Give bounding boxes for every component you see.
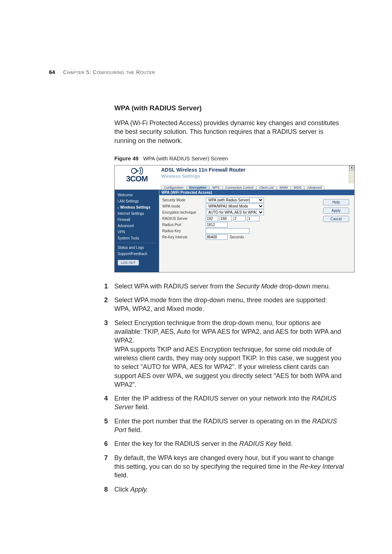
step-7: By default, the WPA keys are changed eve… bbox=[114, 454, 345, 480]
step-1: Select WPA with RADIUS server from the S… bbox=[114, 282, 345, 291]
label-wpa-mode: WPA mode bbox=[162, 204, 206, 208]
label-radius-server: RADIUS Server bbox=[162, 217, 206, 221]
tab-connection-control[interactable]: Connection Control bbox=[222, 185, 256, 190]
chapter-title: Chapter 5: Configuring the Router bbox=[63, 69, 155, 75]
step-5: Enter the port number that the RADIUS se… bbox=[114, 417, 345, 435]
sidebar-item-advanced[interactable]: Advanced bbox=[115, 223, 159, 229]
section-heading: WPA (with RADIUS Server) bbox=[114, 104, 345, 112]
rekey-unit: Seconds bbox=[230, 235, 244, 239]
ss-header: 3COM ADSL Wireless 11n Firewall Router W… bbox=[115, 165, 354, 184]
row-radius-key: Radius Key bbox=[162, 228, 351, 234]
term-security-mode: Security Mode bbox=[236, 283, 278, 290]
sidebar-item-welcome[interactable]: Welcome bbox=[115, 192, 159, 198]
brand-column: 3COM bbox=[115, 165, 159, 184]
tab-client-list[interactable]: Client List bbox=[256, 185, 277, 190]
tab-wmm[interactable]: WMM bbox=[277, 185, 291, 190]
step-3: Select Encryption technique from the dro… bbox=[114, 319, 345, 389]
brand-name: 3COM bbox=[126, 174, 148, 184]
main-panel: WPA (WiFi Protected Access) Security Mod… bbox=[159, 190, 354, 272]
input-radius-key[interactable] bbox=[206, 228, 249, 234]
panel-title: WPA (WiFi Protected Access) bbox=[159, 190, 354, 195]
step-6: Enter the key for the RADIUS server in t… bbox=[114, 439, 345, 448]
sidebar-item-firewall[interactable]: Firewall bbox=[115, 217, 159, 223]
term-radius-key: RADIUS Key bbox=[239, 440, 277, 447]
step-8: Click Apply. bbox=[114, 485, 345, 494]
input-rekey[interactable] bbox=[206, 234, 228, 240]
sidebar-item-vpn[interactable]: VPN bbox=[115, 229, 159, 235]
label-security-mode: Security Mode bbox=[162, 198, 206, 202]
wireless-settings-title: Wireless Settings bbox=[161, 173, 349, 179]
figure-label: Figure 49 bbox=[114, 155, 139, 161]
radius-ip-2[interactable] bbox=[220, 216, 232, 221]
sidebar-item-system-tools[interactable]: System Tools bbox=[115, 235, 159, 241]
brand-logo-icon bbox=[130, 167, 144, 175]
sidebar-item-status[interactable]: Status and Logs bbox=[115, 245, 159, 251]
figure-caption: Figure 49 WPA (with RADIUS Server) Scree… bbox=[114, 155, 345, 161]
intro-paragraph: WPA (Wi-Fi Protected Access) provides dy… bbox=[114, 119, 345, 145]
product-title: ADSL Wireless 11n Firewall Router bbox=[161, 167, 349, 173]
tab-bar: Configuration Encryption WPS Connection … bbox=[161, 184, 354, 189]
select-security-mode[interactable]: WPA (with Radius Server) bbox=[206, 197, 264, 203]
radius-ip-3[interactable] bbox=[233, 216, 246, 221]
page-number: 64 bbox=[49, 69, 55, 75]
sidebar-item-lan[interactable]: LAN Settings bbox=[115, 198, 159, 204]
cancel-button[interactable]: Cancel bbox=[323, 216, 349, 222]
select-wpa-mode[interactable]: WPA/WPA2 Mixed Mode bbox=[206, 204, 264, 209]
tab-wds[interactable]: WDS bbox=[291, 185, 304, 190]
radius-ip-1[interactable] bbox=[206, 216, 218, 221]
scrollbar[interactable]: ▲ bbox=[349, 165, 354, 184]
content-column: WPA (with RADIUS Server) WPA (Wi-Fi Prot… bbox=[114, 104, 345, 494]
sidebar-item-support[interactable]: Support/Feedback bbox=[115, 251, 159, 257]
title-column: ADSL Wireless 11n Firewall Router Wirele… bbox=[159, 165, 349, 184]
running-head: 64 Chapter 5: Configuring the Router bbox=[49, 69, 345, 75]
row-rekey: Re-Key Interval Seconds bbox=[162, 234, 351, 240]
sidebar: Welcome LAN Settings Wireless Settings I… bbox=[115, 190, 159, 272]
row-radius-port: Radius Port bbox=[162, 222, 351, 227]
tab-encryption[interactable]: Encryption bbox=[187, 185, 209, 190]
tab-configuration[interactable]: Configuration bbox=[161, 185, 187, 190]
select-enc-tech[interactable]: AUTO for WPA, AES for WPA2 bbox=[206, 210, 264, 215]
tab-advanced[interactable]: Advanced bbox=[304, 185, 324, 190]
page-root: 64 Chapter 5: Configuring the Router WPA… bbox=[0, 0, 392, 535]
apply-button[interactable]: Apply bbox=[323, 208, 349, 214]
ss-body: Welcome LAN Settings Wireless Settings I… bbox=[115, 189, 354, 272]
step-4: Enter the IP address of the RADIUS serve… bbox=[114, 394, 345, 412]
input-radius-port[interactable] bbox=[206, 222, 228, 227]
label-radius-key: Radius Key bbox=[162, 229, 206, 233]
label-enc-tech: Encryption technique bbox=[162, 210, 206, 214]
help-button[interactable]: Help bbox=[323, 199, 349, 205]
sidebar-item-internet[interactable]: Internet Settings bbox=[115, 210, 159, 217]
step-2: Select WPA mode from the drop-down menu,… bbox=[114, 296, 345, 313]
figure-screenshot: 3COM ADSL Wireless 11n Firewall Router W… bbox=[114, 165, 355, 272]
label-rekey: Re-Key Interval bbox=[162, 235, 206, 239]
sidebar-item-wireless[interactable]: Wireless Settings bbox=[115, 204, 159, 210]
button-column: Help Apply Cancel bbox=[323, 199, 349, 222]
radius-ip-4[interactable] bbox=[247, 216, 260, 221]
steps-list: Select WPA with RADIUS server from the S… bbox=[114, 282, 345, 494]
term-rekey-interval: Re-key Interval bbox=[300, 463, 344, 470]
term-apply: Apply. bbox=[130, 486, 148, 493]
label-radius-port: Radius Port bbox=[162, 223, 206, 227]
tab-wps[interactable]: WPS bbox=[209, 185, 223, 190]
sidebar-separator bbox=[118, 243, 156, 243]
scroll-up-icon[interactable]: ▲ bbox=[349, 165, 354, 171]
figure-caption-text: WPA (with RADIUS Server) Screen bbox=[143, 155, 228, 161]
logout-button[interactable]: LOG OUT bbox=[118, 260, 139, 266]
